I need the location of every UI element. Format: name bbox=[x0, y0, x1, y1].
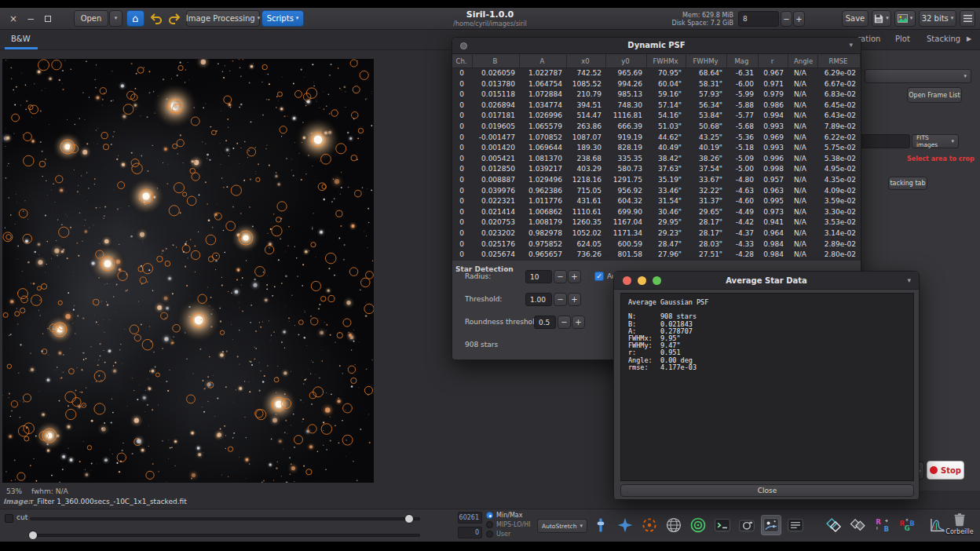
psf-table-row[interactable]: 00.0171811.026996514.471116.8154.16"53.8… bbox=[452, 111, 861, 122]
psf-table-row[interactable]: 00.0054211.081370238.68335.3538.42"38.26… bbox=[452, 154, 861, 165]
psf-table-row[interactable]: 00.0214141.0068621110.61699.9030.46"29.6… bbox=[452, 207, 861, 218]
bit-depth-dropdown[interactable]: 32 bits ▾ bbox=[919, 10, 956, 27]
open-button[interactable]: Open bbox=[74, 10, 108, 27]
psf-table-row[interactable]: 00.0251760.975852624.05600.5928.47"28.03… bbox=[452, 239, 861, 250]
radius-plus-button[interactable]: + bbox=[568, 270, 581, 283]
rgb-compose-icon[interactable]: RGB bbox=[897, 515, 917, 535]
psf-table-row[interactable]: 00.0137801.0647541085.52994.2660.04"58.3… bbox=[452, 79, 861, 90]
psf-column-header[interactable]: Mag bbox=[727, 54, 759, 68]
redo-button[interactable] bbox=[166, 10, 182, 27]
threshold-minus-button[interactable]: − bbox=[554, 293, 567, 306]
psf-column-header[interactable]: Ch. bbox=[452, 54, 473, 68]
roundness-plus-button[interactable]: + bbox=[572, 316, 585, 329]
tab-plot[interactable]: Plot bbox=[895, 35, 910, 43]
go-to-stacking-tab-button[interactable]: tacking tab bbox=[888, 177, 927, 190]
undo-button[interactable] bbox=[148, 10, 164, 27]
psf-dialog-titlebar[interactable]: Dynamic PSF ▾ bbox=[452, 38, 861, 54]
cut-checkbox[interactable] bbox=[5, 514, 13, 523]
chevron-down-icon[interactable]: ▾ bbox=[849, 41, 853, 49]
minimize-icon[interactable]: − bbox=[24, 11, 38, 26]
roundness-minus-button[interactable]: − bbox=[558, 316, 571, 329]
psf-column-header[interactable]: A bbox=[520, 54, 567, 68]
save-as-button[interactable]: ▾ bbox=[872, 10, 891, 27]
radio-mips[interactable]: MIPS-LO/HI bbox=[486, 521, 531, 528]
close-icon[interactable]: × bbox=[6, 11, 20, 26]
psf-column-header[interactable]: r bbox=[759, 54, 788, 68]
image-processing-menu[interactable]: Image Processing ▾ bbox=[186, 10, 260, 27]
low-slider-track[interactable] bbox=[30, 534, 420, 537]
adjust-checkbox[interactable]: ✓ bbox=[594, 272, 604, 281]
psf-column-header[interactable]: x0 bbox=[567, 54, 606, 68]
psf-table-row[interactable]: 0-0.0014771.0708521087.07919.1944.62"43.… bbox=[452, 133, 861, 144]
psf-column-header[interactable]: FWHMx bbox=[647, 54, 686, 68]
globe-icon[interactable] bbox=[664, 515, 684, 535]
tab-stacking[interactable]: Stacking bbox=[927, 35, 960, 43]
maximize-traffic-icon[interactable] bbox=[653, 276, 661, 285]
threads-plus-button[interactable]: + bbox=[793, 11, 805, 27]
psf-column-header[interactable]: B bbox=[473, 54, 520, 68]
roundness-input[interactable]: 0.5 bbox=[534, 316, 556, 329]
scripts-menu[interactable]: Scripts ▾ bbox=[261, 10, 304, 27]
layers-icon[interactable] bbox=[824, 515, 844, 535]
psf-column-header[interactable]: y0 bbox=[606, 54, 647, 68]
chevron-down-icon[interactable]: ▾ bbox=[907, 276, 911, 284]
tab-bw[interactable]: B&W bbox=[11, 35, 31, 43]
psf-table-row[interactable]: 00.0207531.0081791260.351167.0429.95"28.… bbox=[452, 217, 861, 228]
psf-table-row[interactable]: 00.0088871.0294961218.161291.7535.19"33.… bbox=[452, 175, 861, 186]
high-value-input[interactable]: 60261 bbox=[458, 512, 482, 524]
psf-table-row[interactable]: 00.0196051.065579263.86666.3951.03"50.68… bbox=[452, 122, 861, 133]
psf-table-row[interactable]: 00.0223211.011776431.61604.3231.54"31.37… bbox=[452, 196, 861, 207]
aperture-icon[interactable] bbox=[639, 515, 660, 535]
psf-table-row[interactable]: 00.0256740.965657736.26801.5827.96"27.51… bbox=[452, 250, 861, 261]
psf-icon[interactable] bbox=[761, 515, 781, 535]
snapshot-button[interactable]: ▾ bbox=[894, 10, 916, 27]
home-button[interactable]: ⌂ bbox=[126, 10, 144, 27]
threshold-input[interactable]: 1.00 bbox=[525, 293, 552, 306]
low-slider-handle[interactable] bbox=[28, 531, 38, 540]
open-dropdown[interactable]: ▾ bbox=[109, 10, 122, 27]
high-slider-handle[interactable] bbox=[404, 514, 414, 524]
trash-desktop-item[interactable]: Corbeille bbox=[939, 512, 980, 535]
threads-minus-button[interactable]: − bbox=[781, 11, 792, 27]
psf-column-header[interactable]: RMSE bbox=[818, 54, 861, 68]
sequence-name-input[interactable] bbox=[858, 134, 910, 148]
stop-button[interactable]: Stop bbox=[927, 461, 964, 480]
levels-icon[interactable] bbox=[591, 515, 611, 535]
image-canvas[interactable] bbox=[2, 59, 374, 483]
channel-swap-icon[interactable]: RB bbox=[872, 515, 893, 535]
threads-input[interactable]: 8 bbox=[738, 11, 779, 27]
radio-minmax[interactable]: Min/Max bbox=[486, 512, 522, 519]
avg-dialog-titlebar[interactable]: Average Star Data ▾ bbox=[614, 272, 919, 290]
sparkle-icon[interactable] bbox=[615, 515, 635, 535]
minimize-traffic-icon[interactable] bbox=[638, 276, 646, 285]
close-traffic-icon[interactable] bbox=[623, 276, 631, 285]
threshold-plus-button[interactable]: + bbox=[568, 293, 581, 306]
camera-icon[interactable] bbox=[737, 515, 757, 535]
close-button[interactable]: Close bbox=[620, 484, 914, 497]
psf-table-row[interactable]: 00.0399760.962386715.05956.9233.46"32.22… bbox=[452, 186, 861, 197]
tab-overflow-icon[interactable]: ▶ bbox=[967, 35, 971, 42]
radius-input[interactable]: 10 bbox=[525, 270, 552, 283]
psf-table-row[interactable]: 00.0268941.034774394.51748.3057.14"56.34… bbox=[452, 100, 861, 111]
sequence-combo[interactable]: ▾ bbox=[865, 69, 971, 83]
autostretch-dropdown[interactable]: AutoStretch ▾ bbox=[537, 519, 587, 533]
low-value-input[interactable]: 0 bbox=[458, 527, 482, 538]
hamburger-menu-button[interactable] bbox=[960, 10, 975, 27]
high-slider-track[interactable] bbox=[30, 517, 420, 520]
script-icon[interactable] bbox=[785, 515, 806, 535]
stack-icon[interactable] bbox=[848, 515, 868, 535]
console-icon[interactable] bbox=[712, 515, 733, 535]
fits-images-dropdown[interactable]: FITS images ▾ bbox=[912, 134, 959, 148]
psf-table-row[interactable]: 00.0014201.069644189.30828.1940.49"40.19… bbox=[452, 143, 861, 154]
psf-table-row[interactable]: 00.0232020.9829781052.021171.3429.23"28.… bbox=[452, 228, 861, 239]
psf-table-row[interactable]: 00.0151181.072884210.79985.1359.16"57.93… bbox=[452, 89, 861, 100]
radio-user[interactable]: User bbox=[486, 531, 510, 538]
open-frame-list-button[interactable]: Open Frame List bbox=[907, 87, 962, 103]
save-button[interactable]: Save bbox=[842, 10, 868, 27]
psf-column-header[interactable]: Angle bbox=[788, 54, 818, 68]
target-icon[interactable] bbox=[688, 515, 708, 535]
psf-table-row[interactable]: 00.0128501.039217403.29580.7337.63"37.54… bbox=[452, 164, 861, 175]
maximize-icon[interactable] bbox=[41, 11, 55, 26]
psf-column-header[interactable]: FWHMy bbox=[686, 54, 727, 68]
psf-table-row[interactable]: 00.0260591.022787742.52965.6970.95"68.64… bbox=[452, 68, 861, 79]
